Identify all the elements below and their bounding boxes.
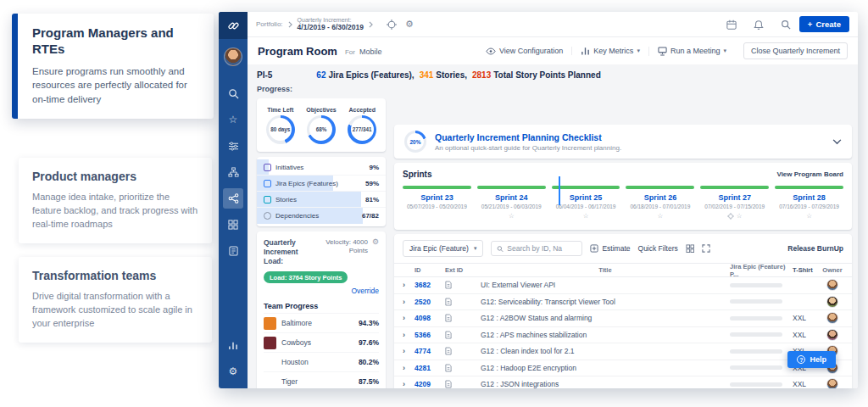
search-icon[interactable] bbox=[781, 20, 791, 30]
progress-row-dependencies[interactable]: Dependencies 67/82 bbox=[257, 208, 386, 224]
team-name: Baltimore bbox=[281, 319, 312, 327]
calendar-icon[interactable] bbox=[726, 20, 737, 30]
view-configuration-button[interactable]: View Configuration bbox=[477, 47, 571, 55]
owner-avatar[interactable] bbox=[826, 329, 838, 341]
reports-chart-icon[interactable] bbox=[223, 335, 243, 355]
page-title: Program Room bbox=[258, 45, 337, 58]
item-id-link[interactable]: 4209 bbox=[415, 380, 445, 388]
row-expand-chevron[interactable]: › bbox=[403, 298, 415, 306]
team-row[interactable]: Houston 80.2% bbox=[264, 352, 379, 371]
row-expand-chevron[interactable]: › bbox=[403, 347, 415, 355]
user-avatar[interactable] bbox=[224, 47, 242, 66]
table-row[interactable]: › 5366 G12 : APS machines stabilization … bbox=[394, 327, 852, 344]
quarterly-increment-breadcrumb[interactable]: Quarterly Increment: 4/1/2019 - 6/30/201… bbox=[298, 17, 364, 32]
external-doc-icon[interactable] bbox=[445, 314, 481, 322]
favorites-star-icon[interactable]: ☆ bbox=[223, 109, 243, 130]
item-id-link[interactable]: 4774 bbox=[415, 347, 445, 355]
logo-mark-icon bbox=[227, 20, 240, 32]
progress-row-stories[interactable]: Stories 81% bbox=[257, 192, 386, 208]
program-room-network-icon[interactable] bbox=[223, 188, 243, 209]
external-doc-icon[interactable] bbox=[445, 281, 481, 289]
portfolio-breadcrumb[interactable]: Portfolio: bbox=[256, 20, 283, 28]
table-row[interactable]: › 3682 UI: External Viewer API bbox=[394, 277, 852, 294]
owner-avatar[interactable] bbox=[826, 378, 838, 388]
planning-checklist-card[interactable]: 20% Quarterly Increment Planning Checkli… bbox=[394, 125, 852, 159]
sprint-column[interactable]: Sprint 28 07/16/2019 - 07/29/2019 ☆ bbox=[775, 186, 843, 220]
sitemap-hierarchy-icon[interactable] bbox=[223, 162, 243, 182]
item-type-select[interactable]: Jira Epic (Feature) ▾ bbox=[403, 240, 483, 257]
target-scope-icon[interactable] bbox=[387, 20, 397, 30]
search-input[interactable] bbox=[507, 244, 576, 253]
roadmap-sliders-icon[interactable] bbox=[223, 136, 243, 156]
row-expand-chevron[interactable]: › bbox=[403, 314, 415, 322]
backlog-book-icon[interactable] bbox=[223, 241, 243, 261]
notifications-bell-icon[interactable] bbox=[754, 20, 764, 30]
external-doc-icon[interactable] bbox=[445, 298, 481, 306]
table-row[interactable]: › 2520 G12: Serviceability: Transcript V… bbox=[394, 294, 852, 311]
process-gears-icon[interactable]: ⚙ bbox=[405, 19, 414, 30]
table-row[interactable]: › 4281 G12 : Hadoop E2E encryption XXL bbox=[394, 360, 852, 377]
row-expand-chevron[interactable]: › bbox=[403, 281, 415, 289]
item-id-link[interactable]: 4098 bbox=[415, 314, 445, 322]
team-row[interactable]: Cowboys 97.6% bbox=[264, 332, 379, 352]
view-program-board-link[interactable]: View Program Board bbox=[776, 170, 843, 178]
owner-avatar[interactable] bbox=[826, 296, 838, 308]
item-title: G12 : APS machines stabilization bbox=[481, 331, 730, 339]
progress-row-initiatives[interactable]: Initiatives 9% bbox=[257, 159, 386, 176]
sprint-column[interactable]: Sprint 25 06/04/2019 - 06/17/2019 ☆ bbox=[552, 186, 620, 220]
create-button[interactable]: + Create bbox=[799, 16, 849, 32]
settings-gear-icon[interactable]: ⚙ bbox=[223, 361, 243, 382]
program-select[interactable]: Mobile bbox=[359, 47, 382, 56]
external-doc-icon[interactable] bbox=[445, 331, 481, 339]
progress-header[interactable]: Jira Epic (Feature) P... bbox=[730, 263, 793, 278]
expand-fullscreen-icon[interactable] bbox=[702, 244, 710, 253]
load-settings-gear-icon[interactable]: ⚙ bbox=[372, 238, 379, 266]
help-button[interactable]: ? Help bbox=[787, 351, 836, 368]
team-row[interactable]: Baltimore 94.3% bbox=[264, 313, 379, 332]
external-doc-icon[interactable] bbox=[445, 380, 481, 388]
chevron-down-icon[interactable] bbox=[832, 139, 842, 145]
external-doc-icon[interactable] bbox=[445, 364, 481, 372]
title-header[interactable]: Title bbox=[481, 266, 730, 274]
benefit-card-product-managers[interactable]: Product managers Manage idea intake, pri… bbox=[19, 158, 212, 243]
close-quarterly-increment-button[interactable]: Close Quarterly Increment bbox=[743, 42, 848, 59]
quick-filters-button[interactable]: Quick Filters bbox=[638, 244, 678, 253]
owner-header[interactable]: Owner bbox=[821, 266, 843, 274]
row-expand-chevron[interactable]: › bbox=[403, 364, 415, 372]
owner-avatar[interactable] bbox=[826, 279, 838, 291]
item-id-link[interactable]: 2520 bbox=[415, 298, 445, 306]
sprint-column[interactable]: Sprint 26 06/18/2019 - 07/01/2019 ☆ bbox=[626, 186, 694, 220]
sprint-column[interactable]: Sprint 24 05/21/2019 - 06/03/2019 ☆ bbox=[477, 186, 546, 220]
owner-avatar[interactable] bbox=[826, 312, 838, 324]
item-id-link[interactable]: 3682 bbox=[415, 281, 445, 289]
external-doc-icon[interactable] bbox=[445, 347, 481, 355]
sprint-column[interactable]: Sprint 23 05/07/2019 - 05/20/2019 bbox=[403, 186, 471, 220]
search-icon[interactable] bbox=[223, 83, 243, 103]
jira-align-logo[interactable] bbox=[219, 12, 248, 39]
benefit-card-transformation-teams[interactable]: Transformation teams Drive digital trans… bbox=[19, 257, 212, 343]
override-link[interactable]: Override bbox=[264, 287, 379, 295]
release-burnup-link[interactable]: Release BurnUp bbox=[787, 244, 843, 253]
tshirt-header[interactable]: T-Shirt bbox=[793, 266, 821, 274]
run-a-meeting-button[interactable]: Run a Meeting ▾ bbox=[648, 47, 735, 56]
estimate-button[interactable]: Estimate bbox=[590, 244, 630, 253]
team-row[interactable]: Tiger 87.5% bbox=[264, 371, 379, 388]
table-row[interactable]: › 4209 G12 : JSON integrations XXL bbox=[394, 376, 852, 388]
grid-apps-icon[interactable] bbox=[223, 215, 243, 235]
row-expand-chevron[interactable]: › bbox=[403, 380, 415, 388]
item-progress bbox=[730, 365, 793, 370]
item-id-link[interactable]: 4281 bbox=[415, 364, 445, 372]
sidebar-bottom-group: ⚙ bbox=[223, 329, 243, 382]
sprint-column[interactable]: Sprint 27 07/02/2019 - 07/15/2019 ☆ bbox=[700, 186, 769, 220]
item-id-link[interactable]: 5366 bbox=[415, 331, 445, 339]
column-settings-icon[interactable] bbox=[686, 244, 694, 253]
pi-selector[interactable]: PI-5 bbox=[257, 70, 272, 80]
table-row[interactable]: › 4774 G12 : Clean index tool for 2.1 XX… bbox=[394, 343, 852, 360]
key-metrics-button[interactable]: Key Metrics ▾ bbox=[571, 47, 648, 55]
row-expand-chevron[interactable]: › bbox=[403, 331, 415, 339]
table-row[interactable]: › 4098 G12 : A2BOW Status and alarming X… bbox=[394, 310, 852, 327]
id-header[interactable]: ID bbox=[415, 266, 445, 274]
progress-row-epics[interactable]: Jira Epics (Features) 59% bbox=[257, 176, 386, 192]
ext-id-header[interactable]: Ext ID bbox=[445, 266, 481, 274]
benefit-card-program-managers[interactable]: Program Managers and RTEs Ensure program… bbox=[12, 14, 214, 119]
